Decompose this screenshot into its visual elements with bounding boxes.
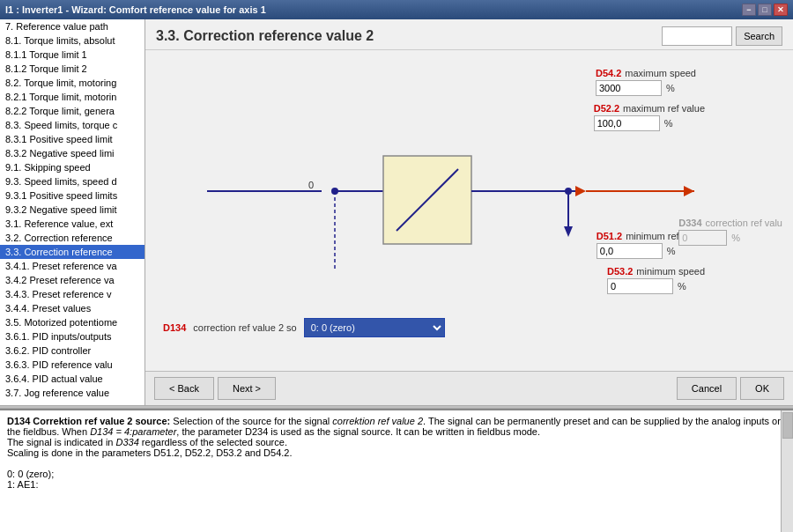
d542-unit: % (666, 83, 675, 93)
d542-input[interactable] (596, 80, 662, 96)
ok-button[interactable]: OK (740, 377, 784, 400)
cancel-button[interactable]: Cancel (677, 377, 737, 400)
d532-input[interactable] (607, 278, 673, 294)
d532-unit: % (678, 281, 686, 292)
svg-marker-10 (564, 226, 573, 237)
sidebar-item[interactable]: 3.1. Reference value, ext (0, 217, 145, 231)
param-d334-group: D334 correction ref valu % (678, 218, 782, 246)
d532-label: minimum speed (636, 266, 705, 277)
right-panel: 3.3. Correction reference value 2 Search… (145, 19, 793, 405)
info-scaling: Scaling is done in the parameters D51.2,… (7, 447, 292, 458)
sidebar-item[interactable]: 8.3. Speed limits, torque c (0, 118, 145, 132)
d512-input[interactable] (597, 243, 663, 259)
sidebar-item[interactable]: 3.4.3. Preset reference v (0, 287, 145, 301)
sidebar-item[interactable]: 3.3. Correction reference (0, 245, 145, 259)
scrollbar[interactable] (781, 410, 793, 532)
param-d522-group: D52.2 maximum ref value % (594, 103, 705, 131)
minimize-button[interactable]: − (742, 4, 756, 16)
info-title: D134 Correktion ref value 2 source: (7, 416, 170, 426)
scrollbar-thumb[interactable] (782, 412, 793, 439)
d542-label: maximum speed (625, 68, 696, 78)
d522-label: maximum ref value (623, 103, 705, 114)
info-body1: Selection of the source for the signal (170, 416, 332, 426)
content-area: 0 (145, 50, 793, 371)
sidebar-item[interactable]: 3.4.1. Preset reference va (0, 259, 145, 273)
d522-input[interactable] (594, 115, 660, 131)
param-d532-group: D53.2 minimum speed % (607, 266, 705, 294)
d522-unit: % (664, 118, 673, 129)
maximize-button[interactable]: □ (758, 4, 772, 16)
sidebar-item[interactable]: 3.2. Correction reference (0, 231, 145, 245)
sidebar-item[interactable]: 8.3.1 Positive speed limit (0, 132, 145, 146)
d134-area: D134 correction ref value 2 so 0: 0 (zer… (154, 314, 784, 341)
diagram-container: 0 (154, 59, 784, 314)
info-body3: , the parameter D234 is used as the sign… (176, 426, 540, 437)
d134-select[interactable]: 0: 0 (zero) 1: AE1 2: AE2 3: Fieldbus (304, 318, 445, 337)
info-italic2: D134 = 4:parameter (90, 426, 176, 437)
sidebar-item[interactable]: 7. Reference value path (0, 19, 145, 33)
navigation-bar: < Back Next > Cancel OK (145, 371, 793, 405)
info-regardless: regardless of the selected source. (139, 437, 287, 447)
search-input[interactable] (662, 26, 732, 46)
d522-id: D52.2 (594, 103, 619, 114)
sidebar-item[interactable]: 9.3.2 Negative speed limit (0, 203, 145, 217)
nav-left-group: < Back Next > (154, 377, 276, 400)
info-italic3: D334 (116, 437, 139, 447)
nav-right-group: Cancel OK (677, 377, 784, 400)
param-d542-group: D54.2 maximum speed % (596, 68, 696, 96)
page-title: 3.3. Correction reference value 2 (156, 28, 374, 44)
window-title: I1 : Inverter1 - Wizard: Comfort referen… (5, 4, 266, 15)
main-container: 7. Reference value path8.1. Torque limit… (0, 19, 793, 532)
sidebar-item[interactable]: 3.6.3. PID reference valu (0, 358, 145, 372)
sidebar-item[interactable]: 3.4.2 Preset reference va (0, 273, 145, 287)
d532-id: D53.2 (607, 266, 633, 277)
top-section: 7. Reference value path8.1. Torque limit… (0, 19, 793, 405)
sidebar-item[interactable]: 9.1. Skipping speed (0, 160, 145, 174)
next-button[interactable]: Next > (218, 377, 276, 400)
info-italic1: correktion ref value 2 (332, 416, 423, 426)
d334-id: D334 (678, 218, 701, 228)
sidebar-item[interactable]: 9.3.1 Positive speed limits (0, 188, 145, 203)
sidebar-item[interactable]: 3.6.1. PID inputs/outputs (0, 329, 145, 344)
back-button[interactable]: < Back (154, 377, 214, 400)
sidebar-item[interactable]: 3.6.2. PID controller (0, 344, 145, 358)
sidebar-item[interactable]: 8.2.1 Torque limit, motorin (0, 90, 145, 104)
sidebar-item[interactable]: 8.1.1 Torque limit 1 (0, 48, 145, 62)
svg-text:0: 0 (308, 180, 314, 190)
d134-desc: correction ref value 2 so (193, 322, 296, 333)
sidebar-item[interactable]: 9.3. Speed limits, speed d (0, 174, 145, 188)
d512-unit: % (667, 246, 676, 256)
title-bar: I1 : Inverter1 - Wizard: Comfort referen… (0, 0, 793, 19)
info-panel: D134 Correktion ref value 2 source: Sele… (0, 409, 793, 532)
sidebar-item[interactable]: 3.5. Motorized potentiome (0, 315, 145, 329)
sidebar-item[interactable]: 8.2. Torque limit, motoring (0, 76, 145, 90)
info-line-signal: The signal is indicated in (7, 437, 116, 447)
info-content: D134 Correktion ref value 2 source: Sele… (7, 416, 786, 490)
window-controls: − □ ✕ (742, 4, 788, 16)
d334-input[interactable] (678, 230, 727, 246)
header-area: 3.3. Correction reference value 2 Search (145, 19, 793, 50)
info-option1: 1: AE1: (7, 479, 38, 490)
info-option0: 0: 0 (zero); (7, 469, 54, 479)
close-button[interactable]: ✕ (774, 4, 788, 16)
d134-id: D134 (163, 322, 186, 333)
d512-id: D51.2 (597, 231, 622, 241)
sidebar-item[interactable]: 8.2.2 Torque limit, genera (0, 104, 145, 118)
sidebar-item[interactable]: 3.6.4. PID actual value (0, 372, 145, 386)
d334-unit: % (731, 233, 740, 243)
sidebar-item[interactable]: 8.1.2 Torque limit 2 (0, 62, 145, 76)
d542-id: D54.2 (596, 68, 621, 78)
d334-label: correction ref valu (706, 218, 782, 228)
sidebar-item[interactable]: 3.7. Jog reference value (0, 386, 145, 400)
svg-marker-11 (575, 186, 586, 196)
sidebar-item[interactable]: 8.1. Torque limits, absolut (0, 33, 145, 48)
search-area: Search (662, 26, 782, 46)
search-button[interactable]: Search (736, 26, 782, 46)
sidebar-item[interactable]: 3.4.4. Preset values (0, 301, 145, 315)
sidebar-item[interactable]: 8.3.2 Negative speed limi (0, 146, 145, 160)
sidebar: 7. Reference value path8.1. Torque limit… (0, 19, 145, 405)
